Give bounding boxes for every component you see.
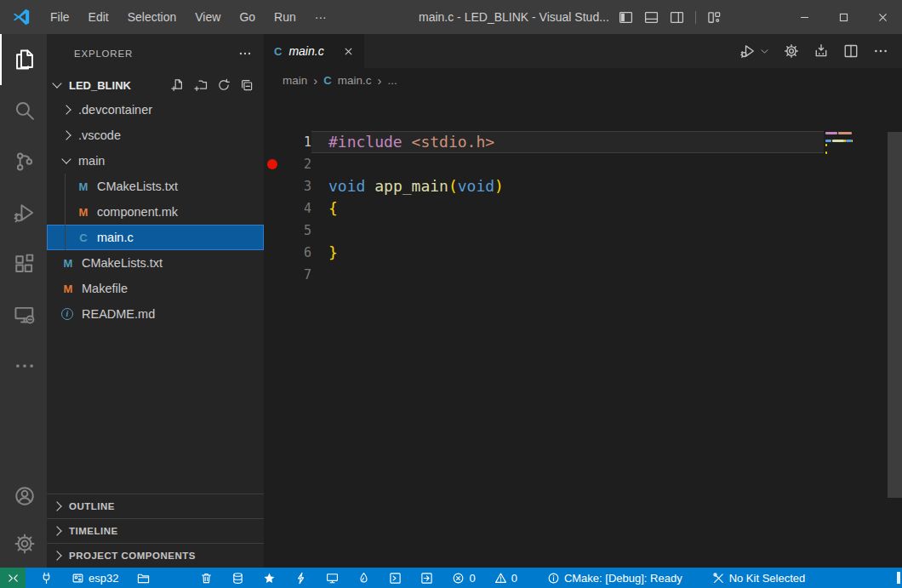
activity-settings-gear-icon[interactable]	[0, 520, 47, 568]
status-idf-terminal[interactable]	[389, 572, 402, 585]
vertical-scrollbar[interactable]	[888, 132, 902, 498]
tree-item--vscode[interactable]: .vscode	[47, 123, 264, 148]
status-cmake-status[interactable]: CMake: [Debug]: Ready	[547, 572, 682, 585]
tree-item-makefile[interactable]: MMakefile	[47, 276, 264, 301]
activity-source-control-icon[interactable]	[0, 136, 47, 187]
activity-account-icon[interactable]	[0, 472, 47, 520]
breakpoint-gutter[interactable]	[264, 131, 281, 153]
minimize-button[interactable]	[785, 0, 824, 34]
project-section-header[interactable]: LED_BLINK	[47, 73, 264, 97]
status-build-flash-monitor[interactable]	[357, 572, 370, 585]
tree-item--devcontainer[interactable]: .devcontainer	[47, 97, 264, 123]
minimap[interactable]	[825, 132, 856, 160]
status-flash-device[interactable]	[294, 572, 307, 585]
split-editor-icon[interactable]	[843, 43, 859, 59]
tree-item-cmakelists-txt[interactable]: MCMakeLists.txt	[47, 250, 264, 276]
tree-item-label: .devcontainer	[78, 103, 152, 117]
close-tab-icon[interactable]	[343, 46, 354, 57]
code-line-4[interactable]: 4{	[264, 197, 824, 220]
status-build-project[interactable]	[263, 572, 276, 585]
activity-files-icon[interactable]	[0, 34, 47, 85]
status-cmake-settings[interactable]	[876, 572, 888, 585]
status-select-project-folder[interactable]	[137, 572, 150, 585]
cmake-file-icon: M	[61, 257, 75, 270]
status-full-clean[interactable]	[200, 572, 213, 585]
breadcrumb[interactable]: main › C main.c › ...	[264, 68, 902, 92]
debug-run-icon[interactable]	[740, 43, 756, 59]
status-device-target[interactable]: esp32	[71, 572, 118, 585]
new-file-icon[interactable]	[171, 78, 185, 92]
refresh-icon[interactable]	[217, 78, 231, 92]
status-custom-task[interactable]	[420, 572, 433, 585]
toggle-panel-icon[interactable]	[644, 10, 659, 25]
breakpoint-gutter[interactable]	[264, 197, 281, 220]
timeline-section[interactable]: TIMELINE	[47, 518, 264, 543]
sidebar-title: EXPLORER	[74, 49, 133, 59]
status-label: No Kit Selected	[729, 572, 806, 585]
menu-edit[interactable]: Edit	[79, 0, 118, 34]
outline-section[interactable]: OUTLINE	[47, 494, 264, 518]
maximize-button[interactable]	[824, 0, 863, 34]
toggle-secondary-sidebar-icon[interactable]	[670, 10, 684, 25]
status-errors-count[interactable]: 0	[452, 572, 475, 585]
new-folder-icon[interactable]	[194, 78, 208, 92]
tree-item-cmakelists-txt[interactable]: MCMakeLists.txt	[47, 174, 264, 199]
gear-icon	[168, 572, 181, 585]
menu-bar: FileEditSelectionViewGoRun···	[41, 0, 336, 34]
activity-search-icon[interactable]	[0, 85, 47, 136]
flash-download-icon[interactable]	[814, 43, 829, 59]
code-line-1[interactable]: 1#include <stdio.h>	[264, 131, 824, 153]
menu-file[interactable]: File	[41, 0, 79, 34]
notification-bell-partial[interactable]	[897, 572, 900, 584]
line-number: 3	[281, 175, 311, 197]
toggle-sidebar-icon[interactable]	[619, 10, 633, 25]
breakpoint-gutter[interactable]	[264, 264, 281, 286]
status-sdk-config[interactable]	[168, 572, 181, 585]
code-line-3[interactable]: 3void app_main(void)	[264, 175, 824, 197]
breakpoint-gutter[interactable]	[264, 175, 281, 197]
menu-selection[interactable]: Selection	[118, 0, 186, 34]
status-kit-selection[interactable]: No Kit Selected	[712, 572, 806, 585]
chevron-down-icon[interactable]	[760, 47, 769, 56]
status-monitor-device[interactable]	[326, 572, 339, 585]
more-actions-icon[interactable]	[873, 43, 888, 59]
terminal-icon	[389, 572, 402, 585]
more-actions-icon[interactable]	[238, 47, 252, 60]
makefile-file-icon: M	[61, 283, 75, 295]
project-components-section[interactable]: PROJECT COMPONENTS	[47, 543, 264, 568]
code-line-5[interactable]: 5	[264, 220, 824, 242]
menu-go[interactable]: Go	[230, 0, 265, 34]
collapse-all-icon[interactable]	[240, 78, 254, 92]
status-erase-flash[interactable]	[231, 572, 244, 585]
source-control-icon	[14, 151, 36, 173]
code-editor[interactable]: 1#include <stdio.h>23void app_main(void)…	[264, 126, 902, 568]
status-warnings-count[interactable]: 0	[494, 572, 517, 585]
breadcrumb-folder[interactable]: main	[283, 74, 307, 87]
activity-extensions-icon[interactable]	[0, 238, 47, 289]
tree-item-readme-md[interactable]: iREADME.md	[47, 301, 264, 327]
code-line-6[interactable]: 6}	[264, 242, 824, 264]
menu-run[interactable]: Run	[265, 0, 305, 34]
breakpoint-gutter[interactable]	[264, 242, 281, 264]
code-line-7[interactable]: 7	[264, 264, 824, 286]
status-select-port[interactable]	[40, 572, 53, 585]
tree-item-main-c[interactable]: Cmain.c	[47, 225, 264, 250]
menu-more[interactable]: ···	[305, 0, 336, 34]
activity-remote-explorer-icon[interactable]	[0, 289, 47, 340]
close-button[interactable]	[863, 0, 902, 34]
remote-indicator[interactable]	[0, 568, 26, 588]
activity-run-debug-icon[interactable]	[0, 187, 47, 238]
breakpoint-indicator[interactable]	[264, 153, 281, 175]
breadcrumb-file[interactable]: main.c	[338, 74, 372, 87]
tab-main-c[interactable]: C main.c	[264, 34, 364, 68]
settings-gear-icon[interactable]	[784, 43, 799, 59]
activity-more-views-icon[interactable]	[0, 340, 47, 391]
explorer-actions	[171, 78, 254, 92]
tree-item-main[interactable]: main	[47, 148, 264, 174]
code-line-2[interactable]: 2	[264, 153, 824, 175]
menu-view[interactable]: View	[186, 0, 230, 34]
customize-layout-icon[interactable]	[707, 10, 722, 25]
breakpoint-gutter[interactable]	[264, 220, 281, 242]
tree-item-component-mk[interactable]: Mcomponent.mk	[47, 199, 264, 225]
breadcrumb-symbol[interactable]: ...	[387, 74, 397, 87]
